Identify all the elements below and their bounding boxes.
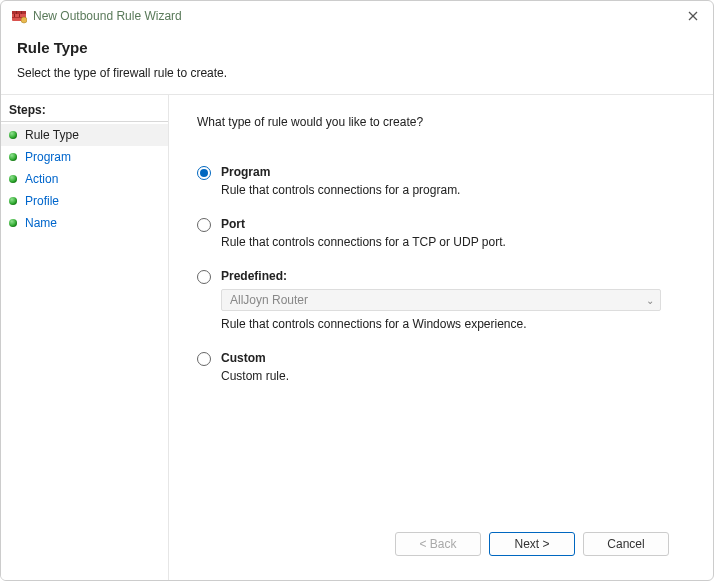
radio-predefined[interactable] bbox=[197, 270, 211, 284]
step-label: Profile bbox=[25, 194, 59, 208]
dropdown-value: AllJoyn Router bbox=[230, 293, 308, 307]
header: Rule Type Select the type of firewall ru… bbox=[1, 31, 713, 94]
step-program[interactable]: Program bbox=[1, 146, 168, 168]
option-title: Custom bbox=[221, 351, 685, 365]
step-bullet-icon bbox=[9, 131, 17, 139]
step-label: Rule Type bbox=[25, 128, 79, 142]
next-button[interactable]: Next > bbox=[489, 532, 575, 556]
back-button: < Back bbox=[395, 532, 481, 556]
option-title: Port bbox=[221, 217, 685, 231]
step-action[interactable]: Action bbox=[1, 168, 168, 190]
firewall-icon bbox=[11, 8, 27, 24]
svg-rect-5 bbox=[14, 14, 15, 17]
page-title: Rule Type bbox=[17, 39, 697, 56]
sidebar-title: Steps: bbox=[1, 101, 168, 122]
option-custom[interactable]: Custom Custom rule. bbox=[197, 351, 685, 383]
step-bullet-icon bbox=[9, 175, 17, 183]
option-title: Predefined: bbox=[221, 269, 685, 283]
page-subtitle: Select the type of firewall rule to crea… bbox=[17, 66, 697, 80]
chevron-down-icon: ⌄ bbox=[646, 295, 654, 306]
step-bullet-icon bbox=[9, 153, 17, 161]
step-bullet-icon bbox=[9, 197, 17, 205]
radio-program[interactable] bbox=[197, 166, 211, 180]
options-group: Program Rule that controls connections f… bbox=[197, 165, 685, 383]
option-title: Program bbox=[221, 165, 685, 179]
predefined-dropdown: AllJoyn Router ⌄ bbox=[221, 289, 661, 311]
step-label: Name bbox=[25, 216, 57, 230]
step-profile[interactable]: Profile bbox=[1, 190, 168, 212]
svg-rect-3 bbox=[16, 11, 17, 14]
option-desc: Rule that controls connections for a Win… bbox=[221, 317, 685, 331]
svg-rect-4 bbox=[21, 11, 22, 14]
footer: < Back Next > Cancel bbox=[197, 522, 685, 570]
option-desc: Custom rule. bbox=[221, 369, 685, 383]
option-desc: Rule that controls connections for a TCP… bbox=[221, 235, 685, 249]
svg-point-7 bbox=[21, 17, 27, 23]
content-question: What type of rule would you like to crea… bbox=[197, 115, 685, 129]
step-rule-type[interactable]: Rule Type bbox=[1, 124, 168, 146]
svg-rect-1 bbox=[12, 11, 26, 14]
svg-rect-6 bbox=[19, 14, 20, 17]
body: Steps: Rule Type Program Action Profile … bbox=[1, 94, 713, 580]
step-label: Program bbox=[25, 150, 71, 164]
cancel-button[interactable]: Cancel bbox=[583, 532, 669, 556]
window-title: New Outbound Rule Wizard bbox=[33, 9, 677, 23]
titlebar: New Outbound Rule Wizard bbox=[1, 1, 713, 31]
step-name[interactable]: Name bbox=[1, 212, 168, 234]
radio-port[interactable] bbox=[197, 218, 211, 232]
sidebar: Steps: Rule Type Program Action Profile … bbox=[1, 95, 169, 580]
close-button[interactable] bbox=[683, 6, 703, 26]
step-label: Action bbox=[25, 172, 58, 186]
option-desc: Rule that controls connections for a pro… bbox=[221, 183, 685, 197]
step-bullet-icon bbox=[9, 219, 17, 227]
option-port[interactable]: Port Rule that controls connections for … bbox=[197, 217, 685, 249]
radio-custom[interactable] bbox=[197, 352, 211, 366]
content: What type of rule would you like to crea… bbox=[169, 95, 713, 580]
option-program[interactable]: Program Rule that controls connections f… bbox=[197, 165, 685, 197]
option-predefined[interactable]: Predefined: AllJoyn Router ⌄ Rule that c… bbox=[197, 269, 685, 331]
